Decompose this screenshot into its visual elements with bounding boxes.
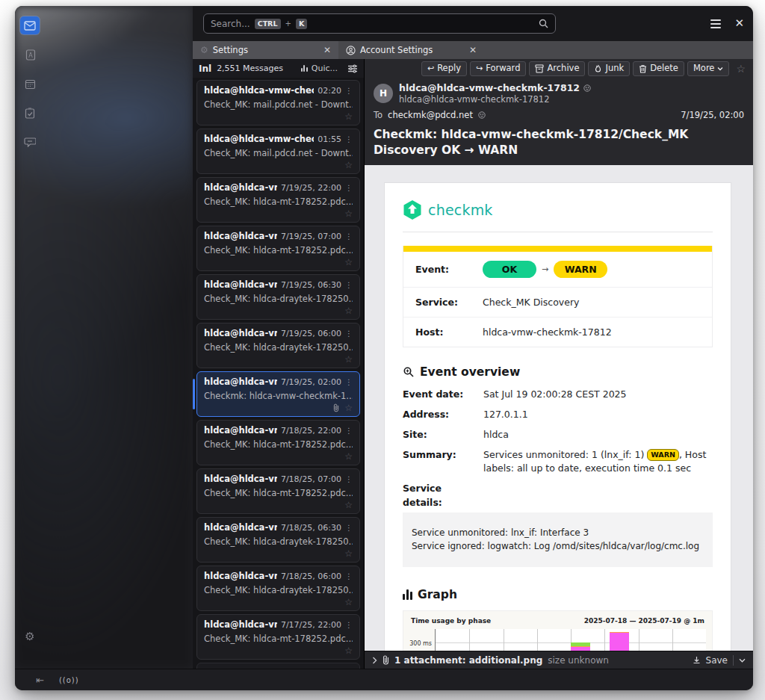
expand-attachments-icon[interactable] xyxy=(372,657,377,664)
message-time: 7/19/25, 07:00 xyxy=(281,232,341,241)
message-options-icon[interactable]: ⋮ xyxy=(345,185,353,192)
status-badge-warn: WARN xyxy=(554,261,607,278)
folder-name[interactable]: Inl xyxy=(199,64,211,74)
global-search-input[interactable]: Search... CTRL + K xyxy=(203,13,556,34)
message-list-header: Inl 2,551 Messages Quic... xyxy=(193,59,364,78)
message-list-item[interactable]: hldca@hldca-vm...7/18/25, 06:30⋮Check_MK… xyxy=(196,517,360,563)
list-display-options-icon[interactable] xyxy=(347,64,358,73)
message-time: 7/19/25, 06:30 xyxy=(281,280,341,290)
checkmk-brand: checkmk xyxy=(403,195,713,222)
more-button[interactable]: More xyxy=(687,61,730,76)
message-time: 7/19/25, 22:00 xyxy=(281,183,341,193)
spaces-toolbar: A ⚙ xyxy=(15,6,45,669)
window-close-icon[interactable]: ✕ xyxy=(734,18,744,29)
message-list-item[interactable]: hldca@hldca-vm...7/17/25, 07:00⋮ xyxy=(196,663,360,669)
message-list[interactable]: hldca@hldca-vmw-check...02:20⋮Check_MK: … xyxy=(193,78,364,669)
message-list-item[interactable]: hldca@hldca-vm...7/18/25, 06:00⋮Check_MK… xyxy=(196,566,360,611)
star-icon[interactable]: ☆ xyxy=(344,112,353,121)
save-attachment-button[interactable]: Save xyxy=(706,655,728,666)
trash-icon xyxy=(639,64,647,73)
message-time: 7/17/25, 22:00 xyxy=(281,620,341,630)
message-list-item[interactable]: hldca@hldca-vmw-check...02:20⋮Check_MK: … xyxy=(196,80,360,126)
star-icon[interactable]: ☆ xyxy=(344,209,353,218)
sender-name[interactable]: hldca@hldca-vmw-checkmk-17812 xyxy=(399,82,580,93)
message-snippet: Check_MK: hldca-mt-178252.pdc... xyxy=(204,196,353,207)
chat-icon xyxy=(24,137,36,147)
chart-range-label: 2025-07-18 — 2025-07-19 @ 1m xyxy=(584,617,704,625)
reply-button[interactable]: ↩ Reply xyxy=(421,61,467,76)
site-label: Site: xyxy=(403,428,483,442)
message-list-item-selected[interactable]: hldca@hldca-vm...7/19/25, 02:00⋮Checkmk:… xyxy=(196,371,360,417)
recipient-address[interactable]: checkmk@pdcd.net xyxy=(388,110,473,120)
message-snippet: Check_MK: hldca-mt-178252.pdc... xyxy=(204,488,353,498)
message-body[interactable]: checkmk Event: OK → WARN xyxy=(365,165,753,651)
search-icon xyxy=(539,19,548,28)
message-list-item[interactable]: hldca@hldca-vm...7/19/25, 22:00⋮Check_MK… xyxy=(196,177,360,223)
message-options-icon[interactable]: ⋮ xyxy=(345,622,353,629)
tab-close-icon[interactable]: ✕ xyxy=(323,45,331,55)
star-icon[interactable]: ☆ xyxy=(344,598,353,607)
message-sender: hldca@hldca-vm... xyxy=(204,328,277,338)
message-list-item[interactable]: hldca@hldca-vm...7/18/25, 07:00⋮Check_MK… xyxy=(196,468,360,514)
message-options-icon[interactable]: ⋮ xyxy=(345,136,353,143)
message-list-item[interactable]: hldca@hldca-vm...7/17/25, 22:00⋮Check_MK… xyxy=(196,614,360,660)
message-options-icon[interactable]: ⋮ xyxy=(345,282,353,289)
message-list-item[interactable]: hldca@hldca-vm...7/18/25, 22:00⋮Check_MK… xyxy=(196,420,360,465)
star-icon[interactable]: ☆ xyxy=(344,452,353,461)
tab-close-icon[interactable]: ✕ xyxy=(469,45,477,55)
graph-title: Graph xyxy=(418,588,457,601)
star-icon[interactable]: ☆ xyxy=(344,403,353,412)
tasks-space-button[interactable] xyxy=(20,104,40,122)
collapse-folder-pane-icon[interactable]: ⇤ xyxy=(36,675,44,686)
message-snippet: Check_MK: hldca-mt-178252.pdc... xyxy=(204,439,353,450)
add-contact-icon[interactable] xyxy=(583,84,591,92)
star-icon[interactable]: ☆ xyxy=(344,646,353,655)
star-icon[interactable]: ☆ xyxy=(344,355,353,364)
attachment-name[interactable]: 1 attachment: additional.png xyxy=(394,655,542,666)
addressbook-icon: A xyxy=(25,49,36,61)
star-icon[interactable]: ☆ xyxy=(344,306,353,315)
message-options-icon[interactable]: ⋮ xyxy=(345,379,353,386)
message-list-item[interactable]: hldca@hldca-vm...7/19/25, 06:00⋮Check_MK… xyxy=(196,323,360,368)
delete-button[interactable]: Delete xyxy=(633,61,684,76)
tab-settings[interactable]: ⚙ Settings ✕ xyxy=(193,41,338,59)
message-options-icon[interactable]: ⋮ xyxy=(345,330,353,338)
quick-filter-button[interactable]: Quic... xyxy=(301,64,338,73)
chart-y-axis: 100 ms150 ms200 ms250 ms300 ms xyxy=(409,629,435,651)
message-time: 01:55 xyxy=(318,134,341,144)
message-options-icon[interactable]: ⋮ xyxy=(345,87,353,95)
calendar-space-button[interactable] xyxy=(20,75,40,93)
save-options-chevron-icon[interactable] xyxy=(739,658,746,663)
chat-space-button[interactable] xyxy=(20,133,40,151)
forward-button[interactable]: ↪ Forward xyxy=(470,61,526,76)
app-menu-icon[interactable] xyxy=(710,19,721,28)
junk-button[interactable]: Junk xyxy=(588,61,630,76)
mail-space-button[interactable] xyxy=(20,16,40,34)
forward-icon: ↪ xyxy=(476,64,483,73)
calendar-icon xyxy=(25,78,36,90)
star-icon[interactable]: ☆ xyxy=(344,549,353,558)
star-icon[interactable]: ☆ xyxy=(344,258,353,267)
settings-gear-icon[interactable]: ⚙ xyxy=(25,630,34,643)
star-icon[interactable]: ☆ xyxy=(344,501,353,509)
message-time: 7/18/25, 07:00 xyxy=(281,474,341,484)
message-list-item[interactable]: hldca@hldca-vmw-check...01:55⋮Check_MK: … xyxy=(196,128,360,174)
y-tick-label: 300 ms xyxy=(409,639,432,646)
recipient-contact-icon[interactable] xyxy=(478,111,486,119)
message-options-icon[interactable]: ⋮ xyxy=(345,427,353,435)
message-time: 7/18/25, 22:00 xyxy=(281,426,341,436)
message-options-icon[interactable]: ⋮ xyxy=(345,476,353,483)
message-list-item[interactable]: hldca@hldca-vm...7/19/25, 07:00⋮Check_MK… xyxy=(196,226,360,271)
archive-icon xyxy=(535,64,544,73)
message-options-icon[interactable]: ⋮ xyxy=(345,524,353,532)
addressbook-space-button[interactable]: A xyxy=(20,46,40,64)
star-message-icon[interactable]: ☆ xyxy=(736,63,746,75)
save-icon xyxy=(693,656,701,664)
more-label: More xyxy=(693,64,715,74)
archive-button[interactable]: Archive xyxy=(529,61,585,76)
star-icon[interactable]: ☆ xyxy=(344,161,353,170)
message-options-icon[interactable]: ⋮ xyxy=(345,233,353,241)
message-list-item[interactable]: hldca@hldca-vm...7/19/25, 06:30⋮Check_MK… xyxy=(196,274,360,320)
message-options-icon[interactable]: ⋮ xyxy=(345,573,353,580)
tab-account-settings[interactable]: Account Settings ✕ xyxy=(338,41,484,59)
